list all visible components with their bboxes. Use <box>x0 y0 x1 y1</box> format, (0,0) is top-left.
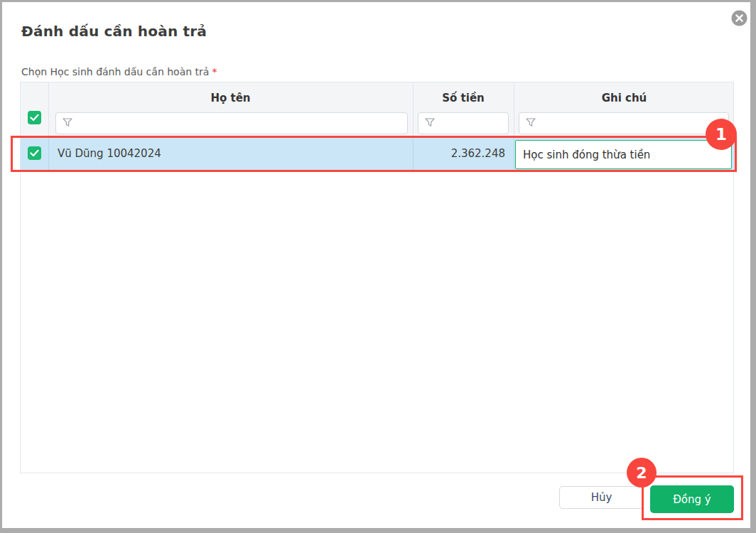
table-header: Họ tên Số tiền Ghi chú <box>21 82 733 137</box>
filter-funnel-icon <box>526 117 536 130</box>
row-checkbox[interactable] <box>28 146 41 160</box>
field-label-text: Chọn Học sinh đánh dấu cần hoàn trả <box>21 66 209 77</box>
cell-student-name: Vũ Dũng 10042024 <box>48 137 413 170</box>
column-header-name: Họ tên <box>48 82 413 112</box>
filter-amount[interactable] <box>418 112 509 134</box>
close-button[interactable] <box>731 10 747 26</box>
note-input[interactable] <box>515 140 732 169</box>
close-icon <box>731 18 747 28</box>
column-divider <box>514 137 514 170</box>
filter-amount-input[interactable] <box>440 113 508 134</box>
screen-background: Đánh dấu cần hoàn trả Chọn Học sinh đánh… <box>0 0 756 533</box>
refund-modal: Đánh dấu cần hoàn trả Chọn Học sinh đánh… <box>2 2 750 528</box>
filter-note[interactable] <box>519 112 729 134</box>
filter-note-input[interactable] <box>541 113 728 134</box>
filter-funnel-icon <box>425 117 435 130</box>
filter-name[interactable] <box>55 112 408 134</box>
required-asterisk: * <box>212 66 217 77</box>
modal-title: Đánh dấu cần hoàn trả <box>21 23 207 40</box>
filter-funnel-icon <box>63 117 72 130</box>
column-header-note: Ghi chú <box>514 82 735 112</box>
field-label: Chọn Học sinh đánh dấu cần hoàn trả* <box>21 66 217 77</box>
confirm-button[interactable]: Đồng ý <box>650 485 734 513</box>
checkmark-icon <box>30 111 39 124</box>
checkmark-icon <box>30 146 39 160</box>
cell-amount: 2.362.248 <box>413 137 514 170</box>
filter-name-input[interactable] <box>77 113 407 134</box>
select-all-checkbox[interactable] <box>28 111 41 124</box>
column-header-amount: Số tiền <box>413 82 514 112</box>
students-table: Họ tên Số tiền Ghi chú <box>20 82 734 473</box>
cancel-button[interactable]: Hủy <box>559 486 644 509</box>
